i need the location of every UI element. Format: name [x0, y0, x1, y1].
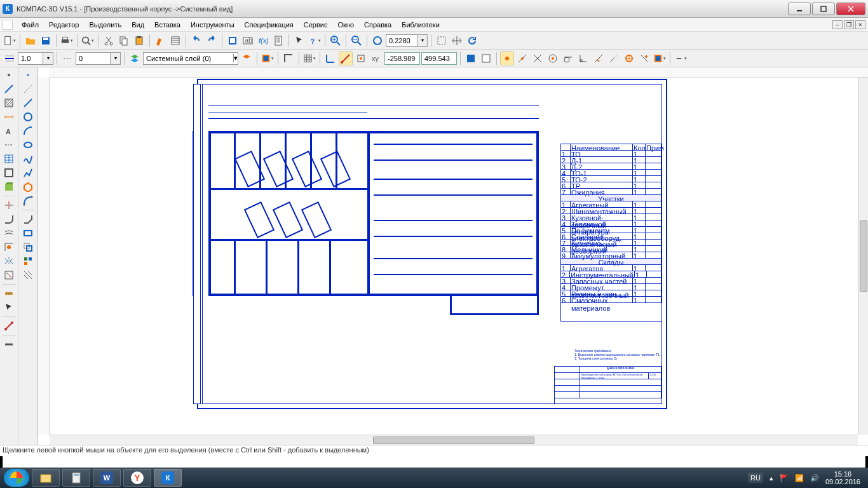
- snap-parallel-button[interactable]: [637, 51, 651, 65]
- close-button[interactable]: [836, 3, 865, 15]
- redo-button[interactable]: [205, 34, 219, 48]
- copy-button[interactable]: [117, 34, 131, 48]
- end-button[interactable]: ▾: [674, 51, 688, 65]
- fragment-tool[interactable]: [1, 180, 17, 193]
- point-tool[interactable]: [1, 69, 17, 81]
- menu-service[interactable]: Сервис: [299, 20, 333, 30]
- undo-button[interactable]: [189, 34, 203, 48]
- fillet-tool[interactable]: [1, 213, 17, 226]
- hatch-tool[interactable]: [1, 97, 17, 109]
- dimension-tool[interactable]: [1, 111, 17, 123]
- parameterize-tool[interactable]: [1, 320, 17, 332]
- arc-tool[interactable]: [20, 125, 36, 137]
- line-type-icon[interactable]: [60, 51, 74, 65]
- break-tool[interactable]: [1, 241, 17, 254]
- cut-button[interactable]: [102, 34, 116, 48]
- snap-perpendicular-button[interactable]: [576, 51, 590, 65]
- help-button[interactable]: ?▾: [308, 34, 322, 48]
- line-style-input[interactable]: [76, 52, 111, 65]
- zoom-input[interactable]: [386, 34, 417, 47]
- offset-tool[interactable]: [20, 241, 36, 254]
- menu-spec[interactable]: Спецификация: [240, 20, 299, 30]
- mdi-restore-button[interactable]: ❐: [844, 20, 854, 29]
- task-kompas[interactable]: К: [154, 469, 182, 487]
- language-indicator[interactable]: RU: [748, 473, 763, 483]
- menu-libraries[interactable]: Библиотеки: [397, 20, 445, 30]
- spec-tool[interactable]: [1, 338, 17, 351]
- snap-tangent-button[interactable]: [561, 51, 575, 65]
- tray-network-icon[interactable]: 📶: [795, 474, 804, 482]
- zoom-window-button[interactable]: [435, 34, 449, 48]
- tray-chevron-icon[interactable]: ▴: [770, 474, 773, 482]
- snap-extension-button[interactable]: [607, 51, 621, 65]
- menu-file[interactable]: Файл: [17, 20, 44, 30]
- local-cs-button[interactable]: [323, 51, 337, 65]
- menu-insert[interactable]: Вставка: [149, 20, 186, 30]
- menu-window[interactable]: Окно: [332, 20, 359, 30]
- zoom-in-button[interactable]: [329, 34, 342, 48]
- maximize-button[interactable]: [812, 3, 835, 15]
- zoom-level-combo[interactable]: ▾: [386, 34, 428, 47]
- line-style-combo[interactable]: ▾: [76, 52, 121, 65]
- task-calc[interactable]: [62, 469, 90, 487]
- collect-tool[interactable]: [20, 255, 36, 268]
- circle-tool[interactable]: [20, 111, 36, 123]
- aux-line-tool[interactable]: [20, 83, 36, 95]
- canvas-area[interactable]: НаименованиеКолПрим 1ТО1 2Д-11 3Д-21 4ТО…: [38, 67, 868, 445]
- minimize-button[interactable]: [788, 3, 811, 15]
- polygon-tool[interactable]: [20, 180, 36, 193]
- start-button[interactable]: [4, 469, 29, 487]
- snap-origin-button[interactable]: [339, 51, 353, 65]
- menu-tools[interactable]: Инструменты: [186, 20, 240, 30]
- mdi-minimize-button[interactable]: –: [832, 20, 843, 29]
- preview-button[interactable]: ▾: [81, 34, 95, 48]
- deform-tool[interactable]: [1, 269, 17, 281]
- fx-button[interactable]: f(x): [256, 34, 270, 48]
- snap-midpoint-button[interactable]: [515, 51, 529, 65]
- snap-intersect-button[interactable]: [531, 51, 545, 65]
- snap-toggle-button[interactable]: [354, 51, 368, 65]
- snap-endpoint-button[interactable]: [500, 51, 514, 65]
- properties-button[interactable]: [168, 34, 182, 48]
- snap-settings-button[interactable]: ▾: [653, 51, 667, 65]
- trim-tool[interactable]: [1, 199, 17, 212]
- menu-editor[interactable]: Редактор: [44, 20, 84, 30]
- task-explorer[interactable]: [32, 469, 60, 487]
- rectangle-tool[interactable]: [20, 227, 36, 240]
- save-button[interactable]: [39, 34, 53, 48]
- task-yandex[interactable]: Y: [123, 469, 151, 487]
- symmetry-tool[interactable]: [1, 255, 17, 268]
- measure-tool[interactable]: [1, 287, 17, 300]
- contour-tool[interactable]: [1, 166, 17, 179]
- pan-button[interactable]: [450, 34, 464, 48]
- horizontal-scrollbar[interactable]: [50, 435, 858, 445]
- layer-combo[interactable]: Системный слой (0) ▾: [143, 52, 238, 65]
- report-button[interactable]: [271, 34, 285, 48]
- line-width-combo[interactable]: ▾: [18, 52, 53, 65]
- line-style-button[interactable]: [3, 51, 17, 65]
- chamfer-tool[interactable]: [20, 213, 36, 226]
- view-button-2[interactable]: [479, 51, 493, 65]
- menu-help[interactable]: Справка: [359, 20, 397, 30]
- refresh-button[interactable]: [465, 34, 479, 48]
- zoom-fit-button[interactable]: [370, 34, 384, 48]
- snap-node-button[interactable]: [622, 51, 636, 65]
- menu-select[interactable]: Выделить: [84, 20, 126, 30]
- table-tool[interactable]: [1, 152, 17, 165]
- clock[interactable]: 15:16 09.02.2016: [825, 470, 860, 485]
- geom-point-tool[interactable]: [20, 69, 36, 81]
- text-tool[interactable]: A: [1, 125, 17, 137]
- polyline-tool[interactable]: [20, 166, 36, 179]
- select-arrow-button[interactable]: [292, 34, 306, 48]
- bezier-tool[interactable]: [20, 194, 36, 207]
- print-button[interactable]: ▾: [60, 34, 74, 48]
- task-word[interactable]: W: [93, 469, 121, 487]
- tray-volume-icon[interactable]: 🔊: [810, 474, 819, 482]
- zoom-out-button[interactable]: [349, 34, 363, 48]
- axis-tool[interactable]: [1, 139, 17, 151]
- vertical-scrollbar[interactable]: [858, 78, 868, 435]
- paste-button[interactable]: [132, 34, 146, 48]
- view-button-1[interactable]: [464, 51, 478, 65]
- select-tool[interactable]: [1, 301, 17, 314]
- line-width-input[interactable]: [18, 52, 43, 65]
